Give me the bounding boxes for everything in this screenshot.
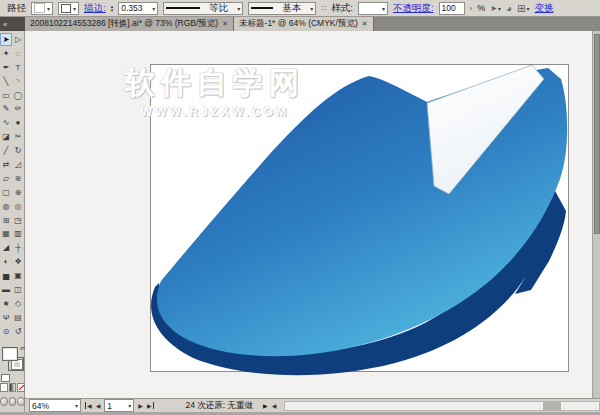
live-paint-selection-tool[interactable]: ◎ xyxy=(12,200,24,213)
direct-selection-tool[interactable]: ▷ xyxy=(12,33,24,46)
rotate-view-tool[interactable]: ↺ xyxy=(12,325,24,338)
gradient-button[interactable] xyxy=(9,383,17,392)
blend-tool[interactable]: ◐ xyxy=(0,255,12,268)
blob-brush-tool[interactable]: ● xyxy=(12,116,24,129)
scissors-tool[interactable]: ✂ xyxy=(12,130,24,143)
opacity-panel-link[interactable]: 不透明度: xyxy=(393,2,434,15)
default-colors-icon[interactable] xyxy=(1,374,10,382)
rectangle-tool[interactable]: ▭ xyxy=(0,89,12,102)
full-screen-mode-button[interactable] xyxy=(17,397,25,406)
swap-colors-icon[interactable]: ⇄ xyxy=(20,344,25,351)
pencil-tool[interactable]: ✏ xyxy=(12,102,24,115)
magic-wand-tool[interactable]: ✦ xyxy=(0,47,12,60)
vertical-scrollbar[interactable] xyxy=(592,31,600,398)
selection-tool[interactable]: ➤ xyxy=(0,33,12,46)
fill-color-dropdown[interactable]: ▾ xyxy=(31,2,53,15)
close-icon[interactable]: ✕ xyxy=(222,20,228,28)
horizontal-scrollbar[interactable] xyxy=(284,401,600,411)
slice-tool[interactable]: ▬ xyxy=(0,283,12,296)
canvas-area[interactable]: 软件自学网 WWW.RJZXW.COM xyxy=(25,31,592,398)
artboard-number-dropdown[interactable]: 1 ▾ xyxy=(104,399,134,412)
chevron-down-icon: ▾ xyxy=(237,5,240,12)
gradient-tool[interactable]: ▥ xyxy=(12,227,24,240)
stepper-down-icon[interactable]: ▾ xyxy=(111,8,114,12)
arc-tool[interactable]: ◝ xyxy=(12,75,24,88)
previous-artboard-icon[interactable]: ◀ xyxy=(96,402,101,409)
lasso-tool[interactable]: ◌ xyxy=(12,47,24,60)
scale-tool[interactable]: ◿ xyxy=(12,158,24,171)
normal-screen-mode-button[interactable] xyxy=(0,397,8,406)
chevron-down-icon: ▾ xyxy=(152,5,155,12)
paintbrush-tool[interactable]: ✎ xyxy=(0,102,12,115)
tab-title: 2008102214553286 [转换].ai* @ 73% (RGB/预览) xyxy=(30,18,218,30)
align-dropdown[interactable]: ⊞ ▾ xyxy=(517,3,529,14)
width-tool[interactable]: ≋ xyxy=(12,172,24,185)
color-button[interactable] xyxy=(0,383,8,392)
paint-style-buttons xyxy=(0,383,25,392)
width-profile-dropdown[interactable]: 等比 ▾ xyxy=(163,2,243,15)
mesh-tool[interactable]: ▦ xyxy=(0,227,12,240)
hand-tool[interactable]: Ψ xyxy=(0,311,12,324)
opacity-value-box[interactable]: 100 xyxy=(439,2,465,15)
type-tool[interactable]: T xyxy=(12,61,24,74)
zoom-level-dropdown[interactable]: 64% ▾ xyxy=(29,399,81,412)
last-artboard-icon[interactable]: ▶ xyxy=(147,402,154,409)
chevron-down-icon: ▾ xyxy=(128,402,131,409)
slice-selection-tool[interactable]: ◫ xyxy=(12,283,24,296)
chevron-down-icon: ▾ xyxy=(73,5,76,12)
full-screen-menu-mode-button[interactable] xyxy=(9,397,17,406)
eyedropper-tool[interactable]: ◢ xyxy=(0,241,12,254)
shoe-illustration[interactable] xyxy=(25,31,592,398)
free-transform-tool[interactable]: ▢ xyxy=(0,186,12,199)
rotate-tool[interactable]: ↻ xyxy=(12,144,24,157)
live-paint-bucket-tool[interactable]: ◍ xyxy=(0,200,12,213)
next-artboard-icon[interactable]: ▶ xyxy=(138,402,143,409)
artboard-tool[interactable]: ▣ xyxy=(12,269,24,282)
shape-builder-tool[interactable]: ⊕ xyxy=(12,186,24,199)
tools-panel-header[interactable]: « xyxy=(0,17,25,31)
brush-definition-dropdown[interactable]: 基本 ▾ xyxy=(248,2,316,15)
zoom-tool[interactable]: ⊙ xyxy=(0,325,12,338)
horizontal-scrollbar-thumb[interactable] xyxy=(543,402,561,410)
column-graph-tool[interactable]: ▅ xyxy=(0,269,12,282)
close-icon[interactable]: ✕ xyxy=(362,20,368,28)
perspective-selection-tool[interactable]: ◳ xyxy=(12,214,24,227)
smooth-tool[interactable]: ∿ xyxy=(0,116,12,129)
line-segment-tool[interactable]: ╲ xyxy=(0,75,12,88)
chevron-down-icon: ▾ xyxy=(526,5,529,12)
print-tiling-tool[interactable]: ▤ xyxy=(12,311,24,324)
brush-label: 基本 xyxy=(282,2,301,15)
shear-tool[interactable]: ▱ xyxy=(0,172,12,185)
perspective-grid-tool[interactable]: ⊞ xyxy=(0,214,12,227)
pen-tool[interactable]: ✒ xyxy=(0,61,12,74)
scroll-left-icon[interactable]: ◀ xyxy=(272,402,277,409)
fill-swatch-icon xyxy=(34,3,45,13)
measure-tool[interactable]: ┼ xyxy=(12,241,24,254)
stroke-weight-stepper[interactable]: ▴ ▾ xyxy=(111,4,114,12)
eraser-tool[interactable]: ◪ xyxy=(0,130,12,143)
brush-options-icon[interactable]: ∷ xyxy=(321,4,326,13)
star-tool[interactable]: ★ xyxy=(0,297,12,310)
stroke-color-dropdown[interactable]: ▾ xyxy=(58,2,79,15)
stroke-panel-link[interactable]: 描边: xyxy=(84,2,106,15)
first-artboard-icon[interactable]: ◀ xyxy=(85,402,92,409)
status-menu-icon[interactable]: ▶ xyxy=(263,402,268,409)
ellipse-tool[interactable]: ◯ xyxy=(12,89,24,102)
reflect-tool[interactable]: ⇄ xyxy=(0,158,12,171)
select-similar-dropdown[interactable]: ➤ ▾ xyxy=(490,4,501,13)
none-button[interactable] xyxy=(17,383,25,392)
polygon-tool[interactable]: ◇ xyxy=(12,297,24,310)
recolor-artwork-icon[interactable]: ◕ xyxy=(506,3,512,14)
opacity-stepper-icon[interactable]: › xyxy=(470,4,473,13)
transform-panel-link[interactable]: 变换 xyxy=(534,2,553,15)
stroke-weight-dropdown[interactable]: 0.353 ▾ xyxy=(118,2,158,15)
style-dropdown[interactable]: ▾ xyxy=(358,2,388,15)
symbol-sprayer-tool[interactable]: ❖ xyxy=(12,255,24,268)
knife-tool[interactable]: ╱ xyxy=(0,144,12,157)
panel-collapse-icon[interactable]: « xyxy=(3,20,7,29)
vertical-scrollbar-thumb[interactable] xyxy=(594,34,600,234)
fill-swatch[interactable] xyxy=(2,347,18,361)
tab-document-1[interactable]: 2008102214553286 [转换].ai* @ 73% (RGB/预览)… xyxy=(25,17,234,31)
status-bar: 64% ▾ ◀ ◀ 1 ▾ ▶ ▶ 24 次还原: 无重做 ▶ ◀ xyxy=(25,398,600,412)
tab-document-2[interactable]: 未标题-1* @ 64% (CMYK/预览) ✕ xyxy=(234,17,374,31)
